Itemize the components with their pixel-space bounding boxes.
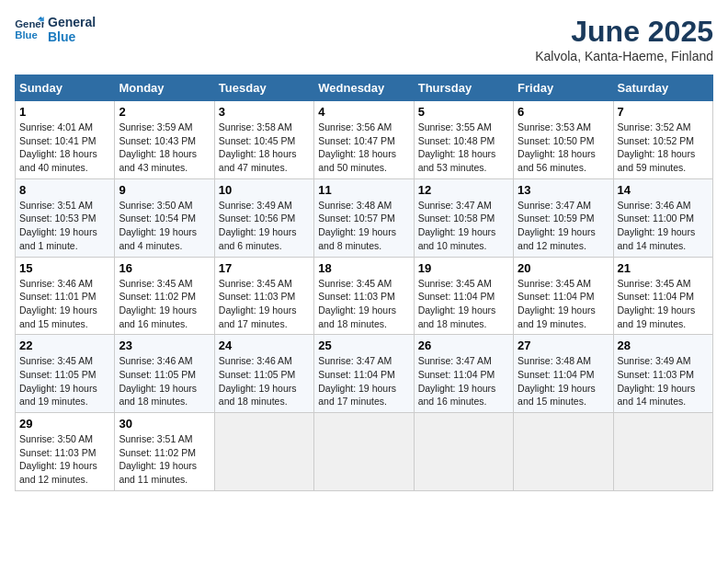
- day-cell: 6Sunrise: 3:53 AM Sunset: 10:50 PM Dayli…: [514, 101, 613, 179]
- month-title: June 2025: [535, 15, 713, 49]
- day-number: 22: [19, 339, 110, 352]
- day-info: Sunrise: 3:45 AM Sunset: 11:04 PM Daylig…: [518, 277, 609, 331]
- day-info: Sunrise: 3:56 AM Sunset: 10:47 PM Daylig…: [318, 121, 409, 175]
- header-thursday: Thursday: [414, 75, 513, 101]
- header-saturday: Saturday: [613, 75, 712, 101]
- day-info: Sunrise: 3:45 AM Sunset: 11:03 PM Daylig…: [318, 277, 409, 331]
- day-info: Sunrise: 3:52 AM Sunset: 10:52 PM Daylig…: [618, 121, 709, 175]
- day-number: 11: [318, 183, 409, 197]
- day-info: Sunrise: 3:47 AM Sunset: 11:04 PM Daylig…: [318, 354, 409, 408]
- day-cell: 1Sunrise: 4:01 AM Sunset: 10:41 PM Dayli…: [16, 101, 115, 179]
- day-cell: 11Sunrise: 3:48 AM Sunset: 10:57 PM Dayl…: [314, 178, 414, 257]
- day-info: Sunrise: 3:45 AM Sunset: 11:04 PM Daylig…: [418, 277, 509, 331]
- calendar: SundayMondayTuesdayWednesdayThursdayFrid…: [15, 75, 713, 491]
- day-info: Sunrise: 3:45 AM Sunset: 11:05 PM Daylig…: [19, 354, 110, 408]
- week-row-3: 15Sunrise: 3:46 AM Sunset: 11:01 PM Dayl…: [16, 257, 713, 335]
- day-number: 21: [618, 261, 709, 275]
- day-number: 1: [19, 105, 110, 119]
- day-cell: 12Sunrise: 3:47 AM Sunset: 10:58 PM Dayl…: [414, 178, 513, 257]
- day-number: 5: [418, 105, 509, 119]
- day-number: 23: [119, 339, 210, 352]
- day-cell: 10Sunrise: 3:49 AM Sunset: 10:56 PM Dayl…: [214, 178, 313, 257]
- day-cell: [514, 413, 613, 491]
- day-cell: 21Sunrise: 3:45 AM Sunset: 11:04 PM Dayl…: [613, 257, 712, 335]
- day-number: 9: [119, 183, 210, 197]
- day-cell: 18Sunrise: 3:45 AM Sunset: 11:03 PM Dayl…: [314, 257, 414, 335]
- day-cell: 27Sunrise: 3:48 AM Sunset: 11:04 PM Dayl…: [514, 335, 613, 413]
- day-number: 20: [518, 261, 609, 275]
- day-info: Sunrise: 3:58 AM Sunset: 10:45 PM Daylig…: [219, 121, 310, 175]
- week-row-5: 29Sunrise: 3:50 AM Sunset: 11:03 PM Dayl…: [16, 413, 713, 491]
- header-friday: Friday: [514, 75, 613, 101]
- day-info: Sunrise: 3:48 AM Sunset: 10:57 PM Daylig…: [318, 199, 409, 253]
- day-cell: 2Sunrise: 3:59 AM Sunset: 10:43 PM Dayli…: [115, 101, 214, 179]
- day-number: 3: [219, 105, 310, 119]
- location-title: Kalvola, Kanta-Haeme, Finland: [535, 49, 713, 63]
- day-cell: [214, 413, 313, 491]
- week-row-4: 22Sunrise: 3:45 AM Sunset: 11:05 PM Dayl…: [16, 335, 713, 413]
- day-cell: 3Sunrise: 3:58 AM Sunset: 10:45 PM Dayli…: [214, 101, 313, 179]
- day-number: 2: [119, 105, 210, 119]
- logo: General Blue General Blue: [15, 15, 96, 44]
- day-cell: 28Sunrise: 3:49 AM Sunset: 11:03 PM Dayl…: [613, 335, 712, 413]
- day-number: 13: [518, 183, 609, 197]
- day-cell: 9Sunrise: 3:50 AM Sunset: 10:54 PM Dayli…: [115, 178, 214, 257]
- calendar-body: 1Sunrise: 4:01 AM Sunset: 10:41 PM Dayli…: [16, 101, 713, 491]
- day-cell: [414, 413, 513, 491]
- day-number: 30: [119, 417, 210, 431]
- header: General Blue General Blue June 2025 Kalv…: [15, 15, 713, 63]
- day-info: Sunrise: 3:47 AM Sunset: 11:04 PM Daylig…: [418, 354, 509, 408]
- week-row-2: 8Sunrise: 3:51 AM Sunset: 10:53 PM Dayli…: [16, 178, 713, 257]
- logo-blue: Blue: [48, 29, 96, 44]
- day-cell: 22Sunrise: 3:45 AM Sunset: 11:05 PM Dayl…: [16, 335, 115, 413]
- logo-icon: General Blue: [15, 17, 44, 42]
- day-number: 17: [219, 261, 310, 275]
- day-cell: 25Sunrise: 3:47 AM Sunset: 11:04 PM Dayl…: [314, 335, 414, 413]
- day-cell: 13Sunrise: 3:47 AM Sunset: 10:59 PM Dayl…: [514, 178, 613, 257]
- header-sunday: Sunday: [16, 75, 115, 101]
- day-number: 29: [19, 417, 110, 431]
- day-cell: 29Sunrise: 3:50 AM Sunset: 11:03 PM Dayl…: [16, 413, 115, 491]
- day-number: 7: [618, 105, 709, 119]
- day-cell: 16Sunrise: 3:45 AM Sunset: 11:02 PM Dayl…: [115, 257, 214, 335]
- day-number: 28: [618, 339, 709, 352]
- day-number: 19: [418, 261, 509, 275]
- day-number: 10: [219, 183, 310, 197]
- day-cell: 4Sunrise: 3:56 AM Sunset: 10:47 PM Dayli…: [314, 101, 414, 179]
- day-number: 18: [318, 261, 409, 275]
- day-number: 26: [418, 339, 509, 352]
- day-info: Sunrise: 3:45 AM Sunset: 11:04 PM Daylig…: [618, 277, 709, 331]
- day-number: 27: [518, 339, 609, 352]
- day-number: 14: [618, 183, 709, 197]
- day-info: Sunrise: 3:53 AM Sunset: 10:50 PM Daylig…: [518, 121, 609, 175]
- day-cell: 7Sunrise: 3:52 AM Sunset: 10:52 PM Dayli…: [613, 101, 712, 179]
- day-cell: 30Sunrise: 3:51 AM Sunset: 11:02 PM Dayl…: [115, 413, 214, 491]
- day-number: 12: [418, 183, 509, 197]
- day-cell: 24Sunrise: 3:46 AM Sunset: 11:05 PM Dayl…: [214, 335, 313, 413]
- day-info: Sunrise: 3:50 AM Sunset: 11:03 PM Daylig…: [19, 432, 110, 487]
- header-wednesday: Wednesday: [314, 75, 414, 101]
- day-cell: 5Sunrise: 3:55 AM Sunset: 10:48 PM Dayli…: [414, 101, 513, 179]
- day-cell: 19Sunrise: 3:45 AM Sunset: 11:04 PM Dayl…: [414, 257, 513, 335]
- day-info: Sunrise: 3:49 AM Sunset: 10:56 PM Daylig…: [219, 199, 310, 253]
- day-info: Sunrise: 3:46 AM Sunset: 11:01 PM Daylig…: [19, 277, 110, 331]
- day-number: 24: [219, 339, 310, 352]
- title-area: June 2025 Kalvola, Kanta-Haeme, Finland: [535, 15, 713, 63]
- day-number: 16: [119, 261, 210, 275]
- day-cell: 26Sunrise: 3:47 AM Sunset: 11:04 PM Dayl…: [414, 335, 513, 413]
- day-info: Sunrise: 3:45 AM Sunset: 11:03 PM Daylig…: [219, 277, 310, 331]
- header-monday: Monday: [115, 75, 214, 101]
- day-cell: 15Sunrise: 3:46 AM Sunset: 11:01 PM Dayl…: [16, 257, 115, 335]
- day-info: Sunrise: 3:55 AM Sunset: 10:48 PM Daylig…: [418, 121, 509, 175]
- day-cell: 20Sunrise: 3:45 AM Sunset: 11:04 PM Dayl…: [514, 257, 613, 335]
- day-cell: [613, 413, 712, 491]
- day-number: 6: [518, 105, 609, 119]
- day-info: Sunrise: 3:47 AM Sunset: 10:58 PM Daylig…: [418, 199, 509, 253]
- day-info: Sunrise: 3:46 AM Sunset: 11:00 PM Daylig…: [618, 199, 709, 253]
- day-cell: 17Sunrise: 3:45 AM Sunset: 11:03 PM Dayl…: [214, 257, 313, 335]
- day-number: 4: [318, 105, 409, 119]
- day-info: Sunrise: 3:46 AM Sunset: 11:05 PM Daylig…: [219, 354, 310, 408]
- day-info: Sunrise: 3:48 AM Sunset: 11:04 PM Daylig…: [518, 354, 609, 408]
- day-number: 25: [318, 339, 409, 352]
- logo-general: General: [48, 15, 96, 29]
